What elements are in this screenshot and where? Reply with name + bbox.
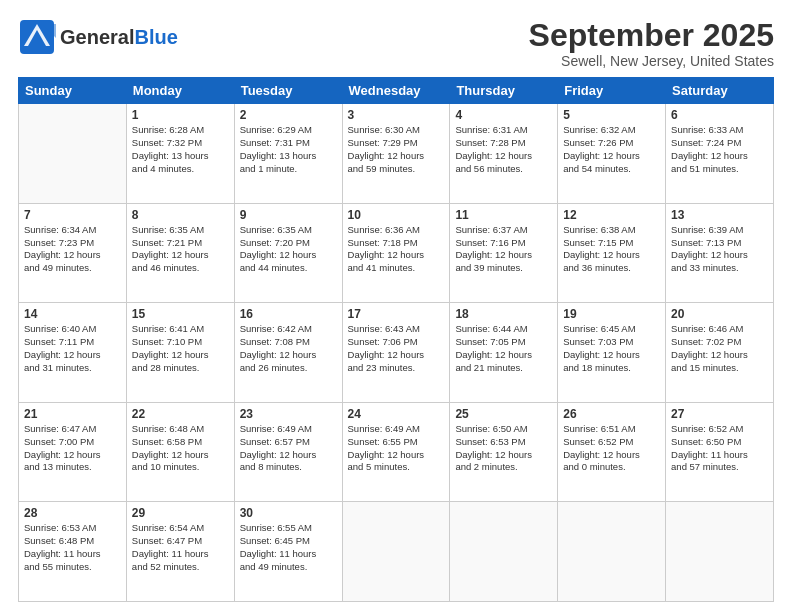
cell-info: Sunrise: 6:35 AM Sunset: 7:20 PM Dayligh… [240, 224, 337, 275]
day-number: 4 [455, 108, 552, 122]
table-row: 26Sunrise: 6:51 AM Sunset: 6:52 PM Dayli… [558, 402, 666, 502]
table-row: 4Sunrise: 6:31 AM Sunset: 7:28 PM Daylig… [450, 104, 558, 204]
table-row: 30Sunrise: 6:55 AM Sunset: 6:45 PM Dayli… [234, 502, 342, 602]
cell-info: Sunrise: 6:35 AM Sunset: 7:21 PM Dayligh… [132, 224, 229, 275]
cell-info: Sunrise: 6:44 AM Sunset: 7:05 PM Dayligh… [455, 323, 552, 374]
cell-info: Sunrise: 6:50 AM Sunset: 6:53 PM Dayligh… [455, 423, 552, 474]
cell-info: Sunrise: 6:36 AM Sunset: 7:18 PM Dayligh… [348, 224, 445, 275]
cell-info: Sunrise: 6:38 AM Sunset: 7:15 PM Dayligh… [563, 224, 660, 275]
cell-info: Sunrise: 6:30 AM Sunset: 7:29 PM Dayligh… [348, 124, 445, 175]
day-number: 16 [240, 307, 337, 321]
cell-info: Sunrise: 6:52 AM Sunset: 6:50 PM Dayligh… [671, 423, 768, 474]
weekday-header: Tuesday [234, 78, 342, 104]
cell-info: Sunrise: 6:46 AM Sunset: 7:02 PM Dayligh… [671, 323, 768, 374]
cell-info: Sunrise: 6:40 AM Sunset: 7:11 PM Dayligh… [24, 323, 121, 374]
weekday-header: Saturday [666, 78, 774, 104]
table-row: 25Sunrise: 6:50 AM Sunset: 6:53 PM Dayli… [450, 402, 558, 502]
table-row: 28Sunrise: 6:53 AM Sunset: 6:48 PM Dayli… [19, 502, 127, 602]
cell-info: Sunrise: 6:29 AM Sunset: 7:31 PM Dayligh… [240, 124, 337, 175]
day-number: 30 [240, 506, 337, 520]
cell-info: Sunrise: 6:49 AM Sunset: 6:55 PM Dayligh… [348, 423, 445, 474]
day-number: 18 [455, 307, 552, 321]
cell-info: Sunrise: 6:53 AM Sunset: 6:48 PM Dayligh… [24, 522, 121, 573]
logo: GeneralBlue [18, 18, 178, 56]
day-number: 29 [132, 506, 229, 520]
calendar-table: SundayMondayTuesdayWednesdayThursdayFrid… [18, 77, 774, 602]
day-number: 13 [671, 208, 768, 222]
cell-info: Sunrise: 6:42 AM Sunset: 7:08 PM Dayligh… [240, 323, 337, 374]
table-row [666, 502, 774, 602]
cell-info: Sunrise: 6:49 AM Sunset: 6:57 PM Dayligh… [240, 423, 337, 474]
weekday-header: Monday [126, 78, 234, 104]
table-row: 17Sunrise: 6:43 AM Sunset: 7:06 PM Dayli… [342, 303, 450, 403]
table-row: 16Sunrise: 6:42 AM Sunset: 7:08 PM Dayli… [234, 303, 342, 403]
cell-info: Sunrise: 6:51 AM Sunset: 6:52 PM Dayligh… [563, 423, 660, 474]
table-row: 1Sunrise: 6:28 AM Sunset: 7:32 PM Daylig… [126, 104, 234, 204]
cell-info: Sunrise: 6:37 AM Sunset: 7:16 PM Dayligh… [455, 224, 552, 275]
table-row: 19Sunrise: 6:45 AM Sunset: 7:03 PM Dayli… [558, 303, 666, 403]
day-number: 21 [24, 407, 121, 421]
logo-general: General [60, 26, 134, 48]
cell-info: Sunrise: 6:34 AM Sunset: 7:23 PM Dayligh… [24, 224, 121, 275]
weekday-header: Sunday [19, 78, 127, 104]
day-number: 26 [563, 407, 660, 421]
day-number: 2 [240, 108, 337, 122]
cell-info: Sunrise: 6:45 AM Sunset: 7:03 PM Dayligh… [563, 323, 660, 374]
table-row: 20Sunrise: 6:46 AM Sunset: 7:02 PM Dayli… [666, 303, 774, 403]
cell-info: Sunrise: 6:41 AM Sunset: 7:10 PM Dayligh… [132, 323, 229, 374]
table-row: 12Sunrise: 6:38 AM Sunset: 7:15 PM Dayli… [558, 203, 666, 303]
day-number: 8 [132, 208, 229, 222]
table-row: 11Sunrise: 6:37 AM Sunset: 7:16 PM Dayli… [450, 203, 558, 303]
table-row: 7Sunrise: 6:34 AM Sunset: 7:23 PM Daylig… [19, 203, 127, 303]
table-row: 27Sunrise: 6:52 AM Sunset: 6:50 PM Dayli… [666, 402, 774, 502]
day-number: 10 [348, 208, 445, 222]
table-row [19, 104, 127, 204]
cell-info: Sunrise: 6:47 AM Sunset: 7:00 PM Dayligh… [24, 423, 121, 474]
day-number: 5 [563, 108, 660, 122]
title-block: September 2025 Sewell, New Jersey, Unite… [529, 18, 774, 69]
cell-info: Sunrise: 6:43 AM Sunset: 7:06 PM Dayligh… [348, 323, 445, 374]
table-row: 6Sunrise: 6:33 AM Sunset: 7:24 PM Daylig… [666, 104, 774, 204]
table-row: 10Sunrise: 6:36 AM Sunset: 7:18 PM Dayli… [342, 203, 450, 303]
day-number: 7 [24, 208, 121, 222]
day-number: 19 [563, 307, 660, 321]
table-row: 18Sunrise: 6:44 AM Sunset: 7:05 PM Dayli… [450, 303, 558, 403]
weekday-header: Wednesday [342, 78, 450, 104]
table-row: 14Sunrise: 6:40 AM Sunset: 7:11 PM Dayli… [19, 303, 127, 403]
day-number: 1 [132, 108, 229, 122]
cell-info: Sunrise: 6:39 AM Sunset: 7:13 PM Dayligh… [671, 224, 768, 275]
month-title: September 2025 [529, 18, 774, 53]
day-number: 23 [240, 407, 337, 421]
logo-icon [18, 18, 56, 56]
cell-info: Sunrise: 6:54 AM Sunset: 6:47 PM Dayligh… [132, 522, 229, 573]
table-row: 22Sunrise: 6:48 AM Sunset: 6:58 PM Dayli… [126, 402, 234, 502]
day-number: 12 [563, 208, 660, 222]
day-number: 9 [240, 208, 337, 222]
day-number: 17 [348, 307, 445, 321]
day-number: 15 [132, 307, 229, 321]
cell-info: Sunrise: 6:32 AM Sunset: 7:26 PM Dayligh… [563, 124, 660, 175]
table-row: 21Sunrise: 6:47 AM Sunset: 7:00 PM Dayli… [19, 402, 127, 502]
cell-info: Sunrise: 6:31 AM Sunset: 7:28 PM Dayligh… [455, 124, 552, 175]
weekday-header: Friday [558, 78, 666, 104]
cell-info: Sunrise: 6:55 AM Sunset: 6:45 PM Dayligh… [240, 522, 337, 573]
day-number: 14 [24, 307, 121, 321]
day-number: 22 [132, 407, 229, 421]
day-number: 11 [455, 208, 552, 222]
table-row: 13Sunrise: 6:39 AM Sunset: 7:13 PM Dayli… [666, 203, 774, 303]
cell-info: Sunrise: 6:28 AM Sunset: 7:32 PM Dayligh… [132, 124, 229, 175]
table-row [558, 502, 666, 602]
table-row [342, 502, 450, 602]
table-row: 8Sunrise: 6:35 AM Sunset: 7:21 PM Daylig… [126, 203, 234, 303]
day-number: 3 [348, 108, 445, 122]
weekday-header: Thursday [450, 78, 558, 104]
day-number: 25 [455, 407, 552, 421]
table-row: 29Sunrise: 6:54 AM Sunset: 6:47 PM Dayli… [126, 502, 234, 602]
day-number: 24 [348, 407, 445, 421]
table-row [450, 502, 558, 602]
table-row: 15Sunrise: 6:41 AM Sunset: 7:10 PM Dayli… [126, 303, 234, 403]
cell-info: Sunrise: 6:33 AM Sunset: 7:24 PM Dayligh… [671, 124, 768, 175]
day-number: 28 [24, 506, 121, 520]
table-row: 2Sunrise: 6:29 AM Sunset: 7:31 PM Daylig… [234, 104, 342, 204]
day-number: 6 [671, 108, 768, 122]
